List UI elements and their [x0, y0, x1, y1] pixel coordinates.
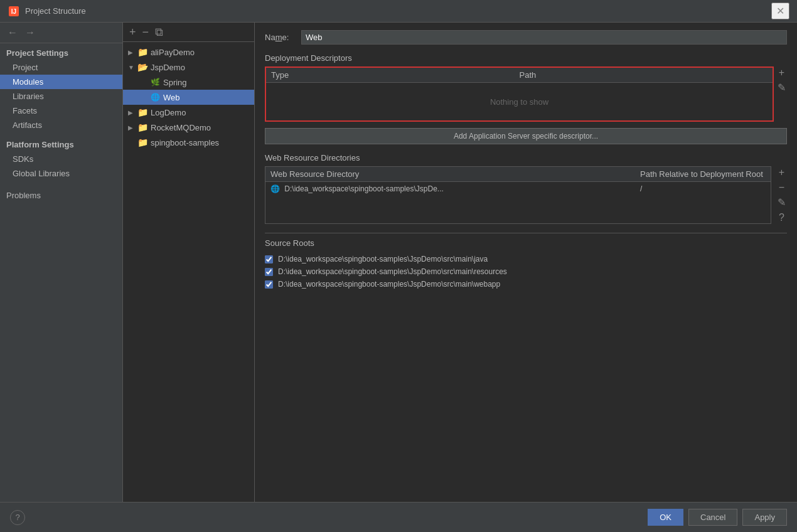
tree-item-rocketmqdemo[interactable]: ▶ 📁 RocketMQDemo	[123, 120, 254, 135]
web-resource-table: Web Resource Directory Path Relative to …	[265, 166, 771, 224]
type-column-header: Type	[271, 70, 520, 80]
main-container: ← → Project Settings Project Modules Lib…	[0, 23, 797, 502]
sidebar-item-facets[interactable]: Facets	[0, 104, 122, 118]
wr-col1-header: Web Resource Directory	[270, 169, 640, 179]
sidebar-item-modules[interactable]: Modules	[0, 75, 122, 89]
source-root-checkbox-2[interactable]	[265, 280, 273, 289]
nothing-to-show-label: Nothing to show	[490, 97, 548, 107]
web-icon: 🌐	[149, 92, 161, 103]
name-row: Name:	[265, 30, 787, 45]
folder-icon: 📁	[137, 137, 148, 148]
source-root-item-1: D:\idea_workspace\spingboot-samples\JspD…	[265, 265, 787, 278]
wr-remove-button[interactable]: −	[776, 181, 787, 194]
source-root-item-0: D:\idea_workspace\spingboot-samples\JspD…	[265, 253, 787, 265]
close-button[interactable]: ✕	[771, 3, 789, 19]
folder-icon: 📁	[137, 107, 148, 118]
wr-action-buttons: + − ✎ ?	[776, 166, 787, 224]
nav-back-button[interactable]: ←	[5, 26, 20, 39]
name-label: Name:	[265, 33, 296, 42]
content-area: Name: Deployment Descriptors Type Path N…	[255, 23, 797, 502]
tree-item-jspdemo[interactable]: ▼ 📂 JspDemo	[123, 60, 254, 75]
table-header-row: Type Path	[266, 68, 773, 83]
deployment-action-buttons: + ✎	[776, 66, 787, 122]
tree-item-web[interactable]: 🌐 Web	[123, 90, 254, 105]
source-roots-header: Source Roots	[265, 233, 787, 248]
web-resource-section: Web Resource Directories Web Resource Di…	[265, 153, 787, 224]
tree-item-spring[interactable]: 🌿 Spring	[123, 75, 254, 90]
wr-folder-icon: 🌐	[270, 184, 280, 193]
wr-col2-header: Path Relative to Deployment Root	[640, 169, 766, 179]
chevron-right-icon: ▶	[128, 109, 137, 116]
deployment-table-body: Nothing to show	[266, 83, 773, 120]
web-resource-header: Web Resource Directories	[265, 153, 787, 162]
deployment-descriptors-table: Type Path Nothing to show	[265, 66, 774, 122]
chevron-right-icon: ▶	[128, 124, 137, 131]
tree-item-spingboot-samples[interactable]: 📁 spingboot-samples	[123, 135, 254, 150]
wr-path-cell: /	[640, 184, 766, 193]
svg-text:IJ: IJ	[11, 8, 16, 15]
source-roots-section: Source Roots D:\idea_workspace\spingboot…	[265, 233, 787, 290]
bottom-right: OK Cancel Apply	[648, 509, 787, 526]
tree-panel: + − ⧉ ▶ 📁 aliPayDemo ▼ 📂 JspDemo 🌿 Sprin…	[123, 23, 255, 502]
folder-open-icon: 📂	[137, 61, 148, 73]
folder-icon: 📁	[137, 46, 148, 58]
tree-toolbar: + − ⧉	[123, 23, 254, 42]
wr-edit-button[interactable]: ✎	[776, 196, 787, 209]
window-title: Project Structure	[25, 6, 771, 16]
wr-header-row: Web Resource Directory Path Relative to …	[265, 167, 771, 182]
sidebar-item-sdks[interactable]: SDKs	[0, 152, 122, 166]
tree-remove-button[interactable]: −	[141, 26, 151, 38]
wr-directory-cell: 🌐 D:\idea_workspace\spingboot-samples\Js…	[270, 184, 640, 193]
deployment-edit-button[interactable]: ✎	[776, 82, 787, 94]
bottom-bar: ? OK Cancel Apply	[0, 502, 797, 532]
apply-button[interactable]: Apply	[742, 509, 787, 526]
project-settings-header: Project Settings	[0, 43, 122, 60]
folder-icon: 📁	[137, 122, 148, 133]
add-descriptor-button[interactable]: Add Application Server specific descript…	[265, 128, 787, 144]
source-root-checkbox-1[interactable]	[265, 268, 273, 276]
deployment-descriptors-header: Deployment Descriptors	[265, 53, 787, 63]
sidebar: ← → Project Settings Project Modules Lib…	[0, 23, 123, 502]
help-button[interactable]: ?	[10, 510, 25, 525]
sidebar-item-project[interactable]: Project	[0, 60, 122, 75]
source-root-item-2: D:\idea_workspace\spingboot-samples\JspD…	[265, 278, 787, 290]
sidebar-item-artifacts[interactable]: Artifacts	[0, 118, 122, 132]
sidebar-item-libraries[interactable]: Libraries	[0, 89, 122, 104]
path-column-header: Path	[520, 70, 768, 80]
tree-add-button[interactable]: +	[128, 26, 137, 38]
wr-help-button[interactable]: ?	[776, 211, 787, 224]
tree-item-alipaydemo[interactable]: ▶ 📁 aliPayDemo	[123, 45, 254, 60]
chevron-right-icon: ▶	[128, 49, 137, 56]
wr-add-button[interactable]: +	[776, 166, 787, 179]
tree-copy-button[interactable]: ⧉	[154, 26, 164, 38]
tree-content: ▶ 📁 aliPayDemo ▼ 📂 JspDemo 🌿 Spring 🌐 We…	[123, 42, 254, 502]
title-bar: IJ Project Structure ✕	[0, 0, 797, 23]
chevron-down-icon: ▼	[128, 64, 137, 71]
app-icon: IJ	[8, 5, 20, 18]
sidebar-item-problems[interactable]: Problems	[0, 186, 122, 203]
bottom-left: ?	[10, 510, 648, 525]
wr-data-row[interactable]: 🌐 D:\idea_workspace\spingboot-samples\Js…	[265, 182, 771, 196]
name-input[interactable]	[301, 30, 787, 45]
nav-forward-button[interactable]: →	[23, 26, 38, 39]
source-root-checkbox-0[interactable]	[265, 255, 273, 263]
nav-buttons: ← →	[0, 23, 122, 43]
cancel-button[interactable]: Cancel	[688, 509, 737, 526]
platform-settings-header: Platform Settings	[0, 132, 122, 152]
spring-icon: 🌿	[149, 77, 161, 88]
deployment-add-button[interactable]: +	[776, 66, 787, 79]
tree-item-logdemo[interactable]: ▶ 📁 LogDemo	[123, 105, 254, 120]
ok-button[interactable]: OK	[648, 509, 683, 526]
sidebar-item-global-libraries[interactable]: Global Libraries	[0, 166, 122, 181]
